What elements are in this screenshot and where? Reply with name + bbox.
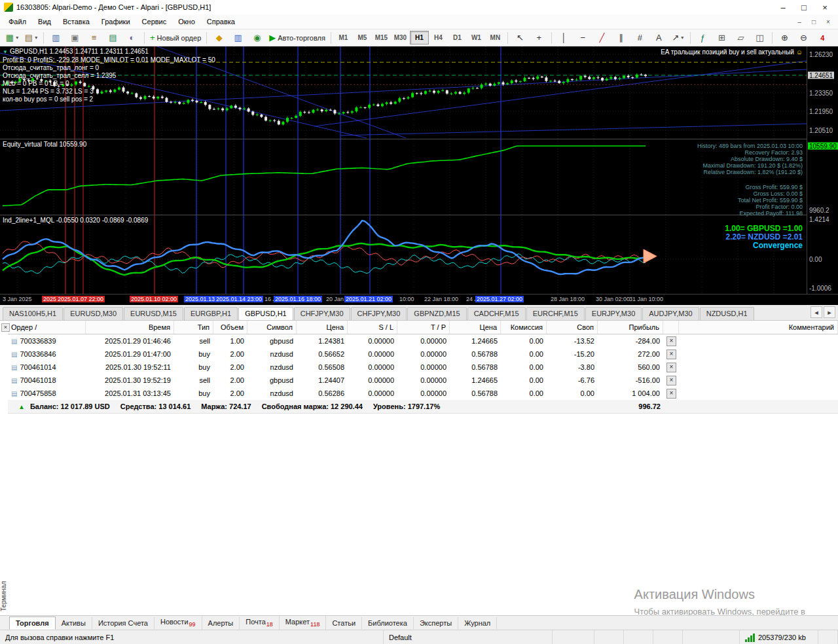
terminal-tab-journal[interactable]: Журнал — [458, 617, 497, 629]
order-close-button[interactable]: × — [666, 376, 676, 385]
order-row[interactable]: ▤7004758582025.01.31 03:13:45buy2.00nzdu… — [8, 387, 838, 400]
zoom-out-button[interactable]: ⊖ — [794, 30, 813, 45]
crosshair-tool[interactable]: + — [530, 30, 549, 45]
cascade-button[interactable]: ▱ — [731, 30, 750, 45]
column-header-13[interactable]: Комментарий — [679, 321, 838, 334]
data-window-toggle[interactable]: ▣ — [65, 30, 84, 45]
terminal-tab-articles[interactable]: Статьи — [326, 617, 362, 629]
fibonacci-tool[interactable]: # — [630, 30, 649, 45]
child-restore-icon[interactable]: □ — [807, 16, 821, 27]
order-row[interactable]: ▤7004610182025.01.30 19:52:19sell2.00gbp… — [8, 374, 838, 387]
timeframe-m1-button[interactable]: M1 — [334, 31, 353, 45]
chart-tab-audjpy-m30[interactable]: AUDJPY,M30 — [642, 307, 699, 320]
menu-item-window[interactable]: Окно — [172, 16, 201, 27]
metaeditor-button[interactable]: ◆ — [210, 30, 228, 45]
timeframe-m5-button[interactable]: M5 — [353, 31, 372, 45]
strategy-tester-toggle[interactable]: ◐ — [122, 30, 141, 45]
terminal-tab-alerts[interactable]: Алерты — [202, 617, 240, 629]
chart-tab-eurgbp-h1[interactable]: EURGBP,H1 — [184, 307, 238, 320]
order-row[interactable]: ▤7003368392025.01.29 01:46:46sell1.00gbp… — [8, 334, 838, 348]
chart-tab-eurchf-m15[interactable]: EURCHF,M15 — [526, 307, 585, 320]
market-watch-toggle[interactable]: ▥ — [46, 30, 65, 45]
indicators-button[interactable]: ƒ — [693, 30, 712, 45]
profile-selector[interactable]: Default — [384, 630, 553, 644]
column-header-1[interactable]: Время — [86, 321, 174, 334]
tile-button[interactable]: ◫ — [750, 30, 769, 45]
chart-tab-gbpnzd-m15[interactable]: GBPNZD,M15 — [407, 307, 466, 320]
column-header-10[interactable]: Своп — [547, 321, 598, 334]
timeframe-d1-button[interactable]: D1 — [448, 31, 467, 45]
timeframe-h1-button[interactable]: H1 — [410, 31, 429, 45]
charts-icon-button[interactable]: ▥ — [228, 30, 247, 45]
symbol-dropdown-icon[interactable]: ▼ — [3, 49, 8, 55]
minimize-icon[interactable]: – — [773, 1, 793, 14]
chart-tab-eurusd-m15[interactable]: EURUSD,M15 — [124, 307, 183, 320]
column-header-6[interactable]: S / L — [348, 321, 397, 334]
column-header-3[interactable]: Объем — [213, 321, 247, 334]
chart-tab-cadchf-m15[interactable]: CADCHF,M15 — [467, 307, 526, 320]
terminal-close-button[interactable]: × — [1, 323, 10, 332]
terminal-tab-market[interactable]: Маркет118 — [280, 616, 327, 630]
hline-tool[interactable]: − — [574, 30, 592, 45]
alerts-badge[interactable]: 4 — [813, 30, 832, 45]
cursor-tool[interactable]: ↖ — [511, 30, 530, 45]
chart-tab-eurusd-m30[interactable]: EURUSD,M30 — [64, 307, 123, 320]
menu-item-service[interactable]: Сервис — [136, 16, 173, 27]
column-header-11[interactable]: Прибыль — [598, 321, 663, 334]
column-header-0[interactable]: Ордер / — [8, 321, 86, 334]
restore-icon[interactable]: □ — [793, 1, 814, 14]
chart-tab-nas100h5-h1[interactable]: NAS100H5,H1 — [3, 307, 63, 320]
column-header-2[interactable]: Тип — [174, 321, 213, 334]
channel-tool[interactable]: ∥ — [611, 30, 630, 45]
trendline-tool[interactable]: ╱ — [592, 30, 611, 45]
order-close-button[interactable]: × — [666, 363, 676, 372]
notify-button[interactable]: ◉ — [247, 30, 266, 45]
menu-item-help[interactable]: Справка — [201, 16, 241, 27]
terminal-tab-library[interactable]: Библиотека — [362, 617, 414, 629]
chart-tab-gbpusd-h1[interactable]: GBPUSD,H1 — [238, 307, 293, 320]
chart-tab-eurjpy-m30[interactable]: EURJPY,M30 — [585, 307, 642, 320]
text-tool[interactable]: A — [649, 30, 668, 45]
new-chart-button[interactable]: ▦▾ — [3, 30, 22, 45]
order-row[interactable]: ▤7003368462025.01.29 01:47:00buy2.00nzdu… — [8, 348, 838, 361]
column-header-8[interactable]: Цена — [450, 321, 501, 334]
order-close-button[interactable]: × — [666, 336, 676, 346]
chart-tab-chfjpy-m30[interactable]: CHFJPY,M30 — [294, 307, 350, 320]
zoom-in-button[interactable]: ⊕ — [775, 30, 794, 45]
tabs-scroll-right-icon[interactable]: ▸ — [824, 306, 835, 318]
terminal-tab-account-history[interactable]: История Счета — [92, 617, 155, 629]
child-close-icon[interactable]: × — [821, 16, 835, 27]
order-close-button[interactable]: × — [666, 389, 676, 399]
profiles-button[interactable]: ▤▾ — [22, 30, 41, 45]
menu-item-charts[interactable]: Графики — [96, 16, 136, 27]
timeframe-m15-button[interactable]: M15 — [372, 31, 391, 45]
column-header-4[interactable]: Символ — [247, 321, 297, 334]
column-header-9[interactable]: Комиссия — [501, 321, 547, 334]
terminal-tab-assets[interactable]: Активы — [56, 617, 92, 629]
order-row[interactable]: ▤7004610142025.01.30 19:52:11buy2.00nzdu… — [8, 361, 838, 374]
chart-tab-chfjpy-m30[interactable]: CHFJPY,M30 — [351, 307, 407, 320]
terminal-tab-trade[interactable]: Торговля — [9, 617, 56, 630]
terminal-tab-mailbox[interactable]: Почта18 — [240, 616, 280, 630]
new-order-button[interactable]: +Новый ордер — [147, 30, 204, 45]
child-minimize-icon[interactable]: – — [792, 16, 807, 27]
terminal-tab-news[interactable]: Новости99 — [155, 616, 202, 630]
order-close-button[interactable]: × — [666, 349, 676, 359]
column-header-5[interactable]: Цена — [297, 321, 348, 334]
timeframe-h4-button[interactable]: H4 — [429, 31, 448, 45]
menu-item-file[interactable]: Файл — [3, 16, 32, 27]
timeframe-w1-button[interactable]: W1 — [467, 31, 486, 45]
arrows-tool[interactable]: ↗▾ — [668, 30, 687, 45]
timeframe-m30-button[interactable]: M30 — [391, 31, 410, 45]
timeframe-mn-button[interactable]: MN — [486, 31, 505, 45]
vline-tool[interactable]: │ — [555, 30, 574, 45]
column-header-12[interactable] — [663, 321, 679, 334]
column-header-7[interactable]: T / P — [397, 321, 450, 334]
objects-button[interactable]: ⊞ — [712, 30, 731, 45]
terminal-toggle[interactable]: ▤ — [103, 30, 122, 45]
close-icon[interactable]: × — [814, 1, 835, 14]
autotrading-button[interactable]: ▶Авто-торговля — [266, 30, 328, 45]
navigator-toggle[interactable]: ≡ — [84, 30, 103, 45]
chart-tab-nzdusd-h1[interactable]: NZDUSD,H1 — [700, 307, 754, 320]
tabs-scroll-left-icon[interactable]: ◂ — [811, 306, 822, 318]
